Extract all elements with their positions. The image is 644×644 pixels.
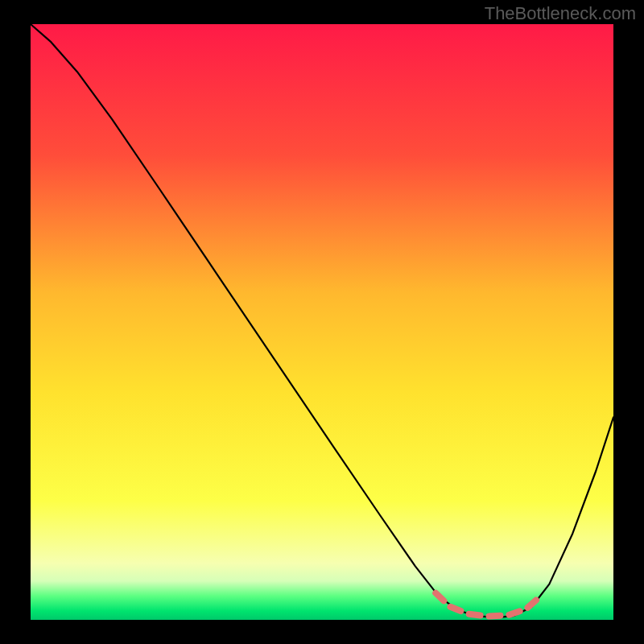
bottleneck-chart [0,0,644,644]
plot-background [31,24,613,620]
chart-container: TheBottleneck.com [0,0,644,644]
watermark-text: TheBottleneck.com [485,3,636,24]
